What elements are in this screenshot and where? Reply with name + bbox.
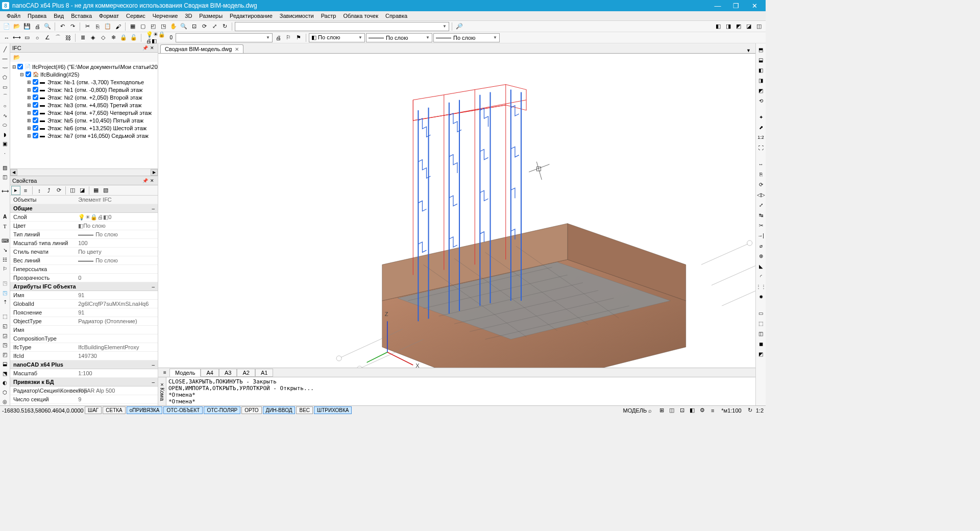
collapse-icon[interactable]: –: [152, 284, 155, 289]
mod-fillet-icon[interactable]: ◜: [757, 272, 765, 280]
freeze-vp-icon[interactable]: ⚐: [284, 33, 293, 42]
layer-props-icons[interactable]: 💡☀🔒🖨◧0: [144, 33, 175, 42]
view-right-icon[interactable]: ◨: [757, 76, 765, 84]
draw-polyline-icon[interactable]: 〰: [1, 64, 9, 72]
3dbox2-icon[interactable]: ◳: [1, 289, 9, 297]
linetype-combo[interactable]: По слою▼: [366, 33, 432, 42]
prop-value[interactable]: 149730: [75, 352, 158, 360]
prop-btn-7[interactable]: ◪: [78, 186, 87, 195]
prop-value[interactable]: [75, 334, 158, 343]
prop-value[interactable]: ◧ По слою: [75, 222, 158, 230]
mod-array-icon[interactable]: ⋮⋮: [757, 282, 765, 291]
props-row[interactable]: Гиперссылка: [10, 265, 158, 274]
layout-tab[interactable]: A1: [255, 369, 273, 377]
status-icon-5[interactable]: ⚙: [698, 406, 707, 415]
menu-item[interactable]: Файл: [3, 12, 24, 20]
save-icon[interactable]: 💾: [22, 22, 32, 31]
visual-wireframe-icon[interactable]: ⬚: [757, 319, 765, 327]
tree-row[interactable]: ⊞▬Этаж: №6 (отм. +13,250) Шестой этаж: [11, 124, 157, 132]
command-line[interactable]: × Кома CLOSE,ЗАКРЫТЬ,ПОКИНУТЬ - Закрыть …: [158, 377, 755, 405]
orbit-icon[interactable]: ⟳: [200, 22, 209, 31]
color-combo[interactable]: ◧ По слою▼: [309, 33, 365, 42]
status-toggle[interactable]: оПРИВЯЗКА: [127, 406, 163, 414]
dim-linear-icon[interactable]: ⟷: [1, 188, 9, 196]
viewport[interactable]: Z X: [158, 54, 755, 368]
layer-unlock-icon[interactable]: 🔓: [129, 33, 138, 42]
status-toggle[interactable]: ОТС-ПОЛЯР: [204, 406, 240, 414]
status-toggle[interactable]: ОРТО: [241, 406, 261, 414]
3d-3-icon[interactable]: ◲: [1, 332, 9, 340]
prop-btn-1[interactable]: ▸: [11, 186, 20, 195]
tree-row[interactable]: ⊟🏠IfcBuilding(#25): [11, 70, 157, 78]
status-toggle[interactable]: СЕТКА: [103, 406, 126, 414]
matchprop-icon[interactable]: 🖌: [113, 22, 122, 31]
draw-hatch-icon[interactable]: ▨: [1, 164, 9, 172]
tree-checkbox[interactable]: [33, 87, 38, 92]
prop-value[interactable]: По цвету: [75, 248, 158, 256]
view-front-icon[interactable]: ⬓: [757, 56, 765, 64]
copy-icon[interactable]: ⎘: [93, 22, 102, 31]
prop-value[interactable]: 0: [75, 274, 158, 282]
status-toggle[interactable]: ШАГ: [85, 406, 102, 414]
prop-value[interactable]: [75, 326, 158, 334]
prop-btn-9[interactable]: ▧: [101, 186, 110, 195]
prop-btn-5[interactable]: ⟳: [54, 186, 63, 195]
zoom-extents-icon[interactable]: ⤢: [210, 22, 219, 31]
arc-dim-icon[interactable]: ⌒: [53, 33, 62, 42]
menu-item[interactable]: Формат: [95, 12, 122, 20]
ifc-scrollbar[interactable]: ◀ ▶: [10, 168, 158, 176]
layout-tab[interactable]: A2: [237, 369, 255, 377]
props-row[interactable]: Прозрачность0: [10, 274, 158, 282]
mod-extend-icon[interactable]: →|: [757, 231, 765, 239]
text-T-icon[interactable]: T: [1, 223, 9, 230]
new-icon[interactable]: 📄: [2, 22, 11, 31]
mod-join-icon[interactable]: ⊕: [757, 252, 765, 260]
props-row[interactable]: Пояснение91: [10, 308, 158, 317]
print-icon[interactable]: 🖨: [33, 22, 42, 31]
collapse-icon[interactable]: –: [152, 206, 155, 211]
status-icon-1[interactable]: ⊞: [657, 406, 666, 415]
layout-tab[interactable]: Модель: [169, 369, 201, 377]
3d-5-icon[interactable]: ◰: [1, 351, 9, 358]
menu-item[interactable]: Правка: [24, 12, 50, 20]
draw-polygon-icon[interactable]: ⬠: [1, 74, 9, 82]
prop-value[interactable]: RIFAR Alp 500: [75, 387, 158, 395]
collapse-icon[interactable]: –: [152, 379, 155, 385]
prop-value[interactable]: 2g6lCrqfP7suMXmSLnaHq6: [75, 300, 158, 308]
layer-iso-icon[interactable]: ◇: [99, 33, 108, 42]
prop-value[interactable]: 9: [75, 395, 158, 403]
tabs-dropdown-icon[interactable]: ▼: [746, 48, 753, 53]
props-row[interactable]: Имя91: [10, 291, 158, 300]
props-row[interactable]: IfcTypeIfcBuildingElementProxy: [10, 343, 158, 352]
zoom-window-icon[interactable]: ⊡: [189, 22, 199, 31]
mod-mirror-icon[interactable]: ◁▷: [757, 190, 765, 199]
expand-icon[interactable]: ⊞: [27, 95, 32, 100]
folder-open-icon[interactable]: 📂: [12, 53, 21, 62]
menu-item[interactable]: Справка: [382, 12, 411, 20]
status-toggle[interactable]: ШТРИХОВКА: [314, 406, 352, 414]
expand-icon[interactable]: ⊞: [27, 80, 32, 85]
move-icon[interactable]: ↔: [2, 33, 11, 42]
mod-rotate-icon[interactable]: ⟳: [757, 180, 765, 188]
props-row[interactable]: Имя: [10, 326, 158, 334]
tree-row[interactable]: ⊞▬Этаж: №5 (отм. +10,450) Пятый этаж: [11, 116, 157, 124]
status-icon-4[interactable]: ◧: [688, 406, 697, 415]
mod-break-icon[interactable]: ⌀: [757, 242, 765, 250]
zoom-icon[interactable]: 🔍: [179, 22, 188, 31]
panel-close-icon[interactable]: ✕: [149, 44, 156, 52]
document-tab[interactable]: Сводная BIM-модель.dwg ✕: [160, 44, 243, 53]
props-group[interactable]: Атрибуты IFC объекта–: [10, 282, 158, 291]
mod-copy-icon[interactable]: ⎘: [757, 170, 765, 178]
tab-close-icon[interactable]: ✕: [235, 46, 239, 52]
redo-icon[interactable]: ↷: [68, 22, 77, 31]
paste-icon[interactable]: 📋: [103, 22, 112, 31]
props-row[interactable]: Вес линийПо слою: [10, 256, 158, 265]
prop-value[interactable]: [75, 265, 158, 273]
prop-btn-3[interactable]: ↕: [35, 186, 44, 195]
preview-icon[interactable]: 🔍: [43, 22, 52, 31]
cut-icon[interactable]: ✂: [83, 22, 92, 31]
tree-row[interactable]: ⊞▬Этаж: №7 (отм +16,050) Седьмой этаж: [11, 132, 157, 139]
panel-pin-icon[interactable]: 📌: [141, 44, 149, 52]
tree-checkbox[interactable]: [33, 79, 38, 85]
prop-value[interactable]: 91: [75, 291, 158, 299]
